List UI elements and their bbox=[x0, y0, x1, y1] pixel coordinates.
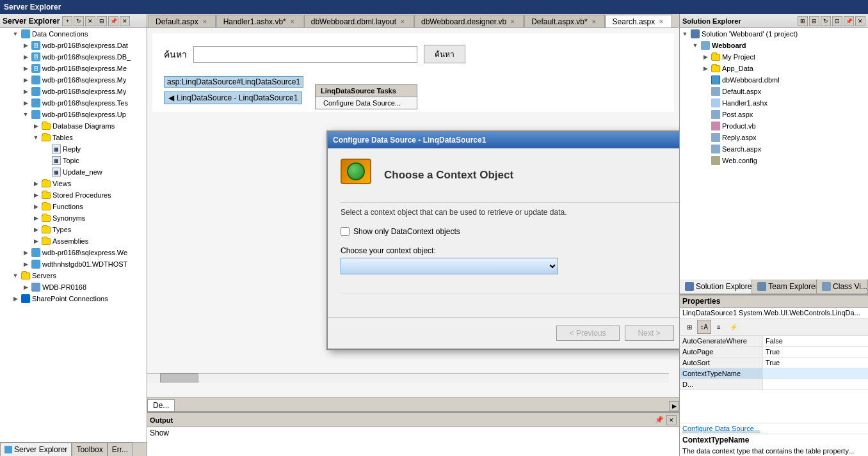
list-item[interactable]: ▶ 🗄 wdb-pr0168\sqlexpress.Me bbox=[0, 63, 147, 74]
expander[interactable]: ▶ bbox=[20, 77, 31, 83]
tree-item-reply-aspx[interactable]: Reply.aspx bbox=[680, 132, 868, 143]
expander[interactable]: ▶ bbox=[20, 88, 31, 95]
tree-item-web-config[interactable]: Web.config bbox=[680, 155, 868, 166]
list-item[interactable]: ▶ Types bbox=[0, 224, 147, 235]
context-object-select[interactable] bbox=[341, 258, 558, 274]
list-item[interactable]: ▦ Update_new bbox=[0, 166, 147, 178]
tree-item-servers[interactable]: ▼ Servers bbox=[0, 270, 147, 281]
prop-value[interactable]: True bbox=[763, 347, 868, 357]
expander[interactable]: ▶ bbox=[700, 65, 711, 72]
tree-item-default-aspx[interactable]: Default.aspx bbox=[680, 86, 868, 97]
list-item[interactable]: ▶ wdb-pr0168\sqlexpress.We bbox=[0, 247, 147, 258]
tab-team-explorer[interactable]: Team Explorer bbox=[752, 279, 817, 294]
tree-item-handler1[interactable]: Handler1.ashx bbox=[680, 97, 868, 109]
expander[interactable]: ▶ bbox=[20, 284, 31, 290]
list-item[interactable]: ▦ Topic bbox=[0, 155, 147, 166]
list-item[interactable]: ▶ Synonyms bbox=[0, 212, 147, 224]
linq-chip[interactable]: asp:LinqDataSource#LinqDataSource1 bbox=[164, 76, 303, 88]
list-item[interactable]: ▶ wdb-pr0168\sqlexpress.Tes bbox=[0, 97, 147, 109]
tab-search-aspx[interactable]: Search.aspx ✕ bbox=[606, 15, 673, 28]
server-explorer-refresh-btn[interactable]: ↻ bbox=[74, 16, 84, 26]
list-item[interactable]: ▼ wdb-pr0168\sqlexpress.Up bbox=[0, 109, 147, 120]
prop-value[interactable]: True bbox=[763, 358, 868, 368]
server-explorer-properties-btn[interactable]: ⊟ bbox=[97, 16, 107, 26]
prop-show-events-btn[interactable]: ⚡ bbox=[727, 320, 741, 334]
tab-errors[interactable]: Err... bbox=[108, 443, 133, 456]
tab-handler1[interactable]: Handler1.ashx.vb* ✕ bbox=[216, 15, 303, 28]
output-close-btn[interactable]: ✕ bbox=[666, 415, 677, 425]
expander[interactable]: ▼ bbox=[680, 31, 690, 37]
previous-button[interactable]: < Previous bbox=[556, 326, 620, 341]
expander[interactable]: ▶ bbox=[20, 249, 31, 256]
expander[interactable]: ▶ bbox=[31, 180, 41, 187]
prop-show-properties-btn[interactable]: ≡ bbox=[712, 320, 726, 334]
list-item[interactable]: ▼ Tables bbox=[0, 132, 147, 143]
expander[interactable]: ▶ bbox=[31, 123, 41, 129]
output-pin-btn[interactable]: 📌 bbox=[655, 416, 664, 424]
next-button[interactable]: Next > bbox=[625, 326, 674, 341]
search-button[interactable]: ค้นหา bbox=[424, 45, 465, 63]
prop-value[interactable] bbox=[763, 379, 868, 389]
tab-dbwebboard-designer[interactable]: dbWebboard.designer.vb ✕ bbox=[414, 15, 524, 28]
tab-server-explorer[interactable]: Server Explorer bbox=[0, 443, 72, 456]
tab-dbwebboard-dbml[interactable]: dbWebboard.dbml.layout ✕ bbox=[304, 15, 414, 28]
list-item[interactable]: ▶ wdthnhstgdb01.WDTHOST bbox=[0, 258, 147, 270]
expander[interactable]: ▶ bbox=[31, 226, 41, 233]
expander[interactable]: ▼ bbox=[690, 42, 700, 49]
se-toolbar-btn-1[interactable]: ⊞ bbox=[798, 16, 808, 26]
server-explorer-delete-btn[interactable]: ✕ bbox=[85, 16, 95, 26]
configure-data-source-menu-item[interactable]: Configure Data Source... bbox=[316, 97, 417, 109]
list-item[interactable]: ▶ Assemblies bbox=[0, 235, 147, 247]
expander[interactable]: ▶ bbox=[10, 295, 20, 302]
expander[interactable]: ▶ bbox=[20, 261, 31, 267]
expander[interactable]: ▶ bbox=[31, 203, 41, 210]
expander[interactable]: ▶ bbox=[700, 54, 711, 60]
tree-item-solution[interactable]: ▼ Solution 'Webboard' (1 project) bbox=[680, 28, 868, 40]
prop-sort-alpha-btn[interactable]: ↕A bbox=[697, 320, 711, 334]
tree-item-search-aspx[interactable]: Search.aspx bbox=[680, 143, 868, 155]
expander[interactable]: ▶ bbox=[20, 65, 31, 72]
prop-value[interactable]: False bbox=[763, 336, 868, 346]
se-toolbar-btn-3[interactable]: ↻ bbox=[821, 16, 831, 26]
list-item[interactable]: ▶ Database Diagrams bbox=[0, 120, 147, 132]
list-item[interactable]: ▶ Views bbox=[0, 178, 147, 189]
list-item[interactable]: ▶ wdb-pr0168\sqlexpress.My bbox=[0, 74, 147, 86]
list-item[interactable]: ▦ Reply bbox=[0, 143, 147, 155]
se-toolbar-btn-2[interactable]: ⊟ bbox=[809, 16, 819, 26]
tree-item-post-aspx[interactable]: Post.aspx bbox=[680, 109, 868, 120]
expander[interactable]: ▼ bbox=[10, 31, 20, 37]
expander[interactable]: ▶ bbox=[20, 42, 31, 49]
list-item[interactable]: ▶ Stored Procedures bbox=[0, 189, 147, 201]
expander[interactable]: ▼ bbox=[10, 272, 20, 279]
configure-data-source-link[interactable]: Configure Data Source... bbox=[680, 423, 868, 434]
tab-close-btn[interactable]: ✕ bbox=[201, 18, 209, 26]
server-explorer-add-btn[interactable]: + bbox=[62, 16, 72, 26]
server-explorer-close-btn[interactable]: ✕ bbox=[120, 16, 130, 26]
tree-item-dbwebboard[interactable]: dbWebboard.dbml bbox=[680, 74, 868, 86]
tree-item-app-data[interactable]: ▶ App_Data bbox=[680, 63, 868, 74]
h-scrollbar-thumb[interactable] bbox=[160, 373, 198, 382]
expander[interactable]: ▶ bbox=[20, 54, 31, 60]
tree-item-data-connections[interactable]: ▼ Data Connections bbox=[0, 28, 147, 40]
tab-close-btn[interactable]: ✕ bbox=[289, 18, 296, 26]
tab-close-btn[interactable]: ✕ bbox=[399, 18, 406, 26]
h-scrollbar[interactable] bbox=[147, 373, 669, 383]
expander[interactable]: ▼ bbox=[20, 111, 31, 118]
tab-toolbox[interactable]: Toolbox bbox=[72, 443, 107, 456]
tab-default-aspx[interactable]: Default.aspx ✕ bbox=[149, 15, 216, 28]
tab-default-aspx-vb[interactable]: Default.aspx.vb* ✕ bbox=[524, 15, 604, 28]
expander[interactable]: ▶ bbox=[31, 238, 41, 244]
prop-sort-category-btn[interactable]: ⊞ bbox=[682, 320, 696, 334]
tab-close-btn[interactable]: ✕ bbox=[590, 18, 598, 26]
list-item[interactable]: ▶ WDB-PR0168 bbox=[0, 281, 147, 293]
tab-class-view[interactable]: Class Vi... bbox=[817, 279, 868, 294]
list-item[interactable]: ▶ wdb-pr0168\sqlexpress.My bbox=[0, 86, 147, 97]
se-close-btn[interactable]: ✕ bbox=[855, 16, 865, 26]
expander[interactable]: ▶ bbox=[20, 100, 31, 106]
tab-solution-explorer[interactable]: Solution Explorer bbox=[680, 279, 752, 294]
expander[interactable]: ▼ bbox=[31, 134, 41, 141]
tree-item-product-vb[interactable]: Product.vb bbox=[680, 120, 868, 132]
tree-item-my-project[interactable]: ▶ My Project bbox=[680, 51, 868, 63]
design-tab[interactable]: De... bbox=[147, 399, 175, 411]
list-item[interactable]: ▶ Functions bbox=[0, 201, 147, 212]
